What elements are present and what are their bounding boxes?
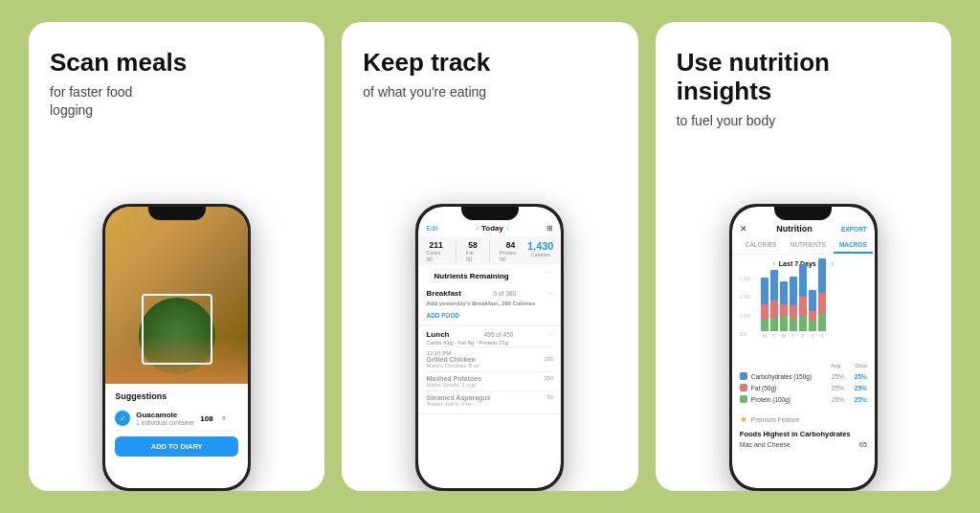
track-food-item-1: 12:15 PM Grilled Chicken 295 Mary's Chic… xyxy=(426,346,553,371)
y-label-1000: 1,000 xyxy=(740,314,757,319)
food-item-val: 65 xyxy=(859,441,867,448)
chart-bar-group-6: S xyxy=(818,258,826,339)
nutrition-bottom-section: Foods Highest in Carbohydrates Mac and C… xyxy=(732,426,875,452)
nutrition-export-button[interactable]: EXPORT xyxy=(841,226,867,233)
period-next-icon[interactable]: › xyxy=(832,259,835,268)
tab-macros[interactable]: MACROS xyxy=(834,237,873,254)
track-food2-detail: Idaho Spuds, 1 cup xyxy=(426,382,553,388)
track-add-food-button[interactable]: ADD FOOD xyxy=(426,309,553,322)
legend-header: Avg Goal xyxy=(740,363,867,368)
bar-carb xyxy=(809,290,816,311)
track-carbs-label: Carbs (g) xyxy=(426,250,445,261)
card1-subtitle: for faster foodlogging xyxy=(50,83,303,121)
nutrition-screen-title: Nutrition xyxy=(747,224,841,234)
bar-protein xyxy=(761,320,768,331)
phone3-screen: ✕ Nutrition EXPORT CALORIES NUTRIENTS MA… xyxy=(732,207,875,488)
tab-calories[interactable]: CALORIES xyxy=(740,237,783,254)
bar-fat xyxy=(818,293,826,314)
scan-calories: 108 xyxy=(200,414,212,423)
phone-3: ✕ Nutrition EXPORT CALORIES NUTRIENTS MA… xyxy=(729,204,878,491)
divider2 xyxy=(489,240,490,261)
track-food1-detail: Mary's Chicken, 8 oz xyxy=(426,363,553,368)
legend-carbs-avg: 25% xyxy=(825,373,844,380)
phone2-screen: Edit ‹ Today › ⊞ 211 Carbs (g) xyxy=(418,207,561,488)
scan-food-name: Guacamole xyxy=(136,411,194,419)
chart-bar-group-3: T xyxy=(790,277,797,339)
bar-carb xyxy=(818,258,826,293)
track-calories-label: Calories xyxy=(531,252,550,257)
track-lunch-dots[interactable]: ··· xyxy=(548,331,554,338)
track-carbs-val: 211 xyxy=(430,240,443,250)
bar-protein xyxy=(809,321,816,331)
card2-title: Keep track xyxy=(363,49,616,78)
track-next-icon[interactable]: › xyxy=(506,225,508,232)
chart-bar-group-1: T xyxy=(770,270,778,339)
nutrition-bottom-item: Mac and Cheese 65 xyxy=(740,441,867,448)
scan-suggestions-label: Suggestions xyxy=(115,391,238,401)
track-food1-name: Grilled Chicken xyxy=(426,356,475,363)
phone1-notch xyxy=(148,207,206,220)
bar-carb xyxy=(799,264,807,297)
track-food3-row: Steamed Asparagus 50 xyxy=(426,394,553,401)
period-prev-icon[interactable]: ‹ xyxy=(772,259,775,268)
legend-carbs-dot xyxy=(740,372,747,380)
scan-food-info: Guacamole 1 individual container xyxy=(136,411,194,426)
track-dots-icon[interactable]: ··· xyxy=(547,268,554,282)
track-lunch-section: Lunch 495 of 450 ··· Carbs 41g · Fat 8g … xyxy=(418,326,561,414)
chart-label: S xyxy=(820,333,823,339)
track-breakfast-dots[interactable]: ··· xyxy=(548,290,554,297)
track-food2-name: Mashed Potatoes xyxy=(426,375,481,382)
phone-2: Edit ‹ Today › ⊞ 211 Carbs (g) xyxy=(415,204,564,491)
divider xyxy=(456,240,457,261)
scan-food-sub: 1 individual container xyxy=(136,419,194,426)
scan-screen: Suggestions ✓ Guacamole 1 individual con… xyxy=(105,207,248,488)
legend-protein-item: Protein (100g) 25% 25% xyxy=(740,395,867,403)
nutrition-screen: ✕ Nutrition EXPORT CALORIES NUTRIENTS MA… xyxy=(732,207,875,488)
scan-add-button[interactable]: ADD TO DIARY xyxy=(115,436,238,457)
track-grid-icon[interactable]: ⊞ xyxy=(546,224,553,233)
tab-nutrients[interactable]: NUTRIENTS xyxy=(785,237,832,254)
y-label-2000: 2,000 xyxy=(740,277,757,281)
chart-label: F xyxy=(801,333,804,339)
period-label[interactable]: Last 7 Days xyxy=(779,260,816,267)
track-fat: 58 Fat (g) xyxy=(466,240,479,261)
y-axis: 2,000 1,500 1,000 500 xyxy=(740,277,757,339)
track-calories-val: 1,430 xyxy=(527,240,554,252)
track-food3-detail: Trader Joe's, 4 oz xyxy=(426,401,553,407)
card2-phone-wrapper: Edit ‹ Today › ⊞ 211 Carbs (g) xyxy=(363,119,616,491)
track-breakfast-section: Breakfast 0 of 360 ··· Add yesterday's B… xyxy=(418,285,561,326)
legend-carbs-item: Carbohydrates (150g) 25% 25% xyxy=(740,372,867,380)
bar-fat xyxy=(780,304,788,316)
keep-track-card: Keep track of what you're eating Edit ‹ … xyxy=(342,22,637,491)
track-prev-icon[interactable]: ‹ xyxy=(477,225,479,232)
track-food2-cal: 150 xyxy=(544,375,553,382)
card3-phone-wrapper: ✕ Nutrition EXPORT CALORIES NUTRIENTS MA… xyxy=(677,147,930,491)
scan-meals-card: Scan meals for faster foodlogging Sugges… xyxy=(29,22,324,491)
chart-label: W xyxy=(781,333,786,339)
phone1-screen: Suggestions ✓ Guacamole 1 individual con… xyxy=(105,207,248,488)
track-fat-label: Fat (g) xyxy=(466,250,479,261)
nutrition-close-icon[interactable]: ✕ xyxy=(740,224,747,234)
track-lunch-header: Lunch 495 of 450 ··· xyxy=(426,330,553,339)
scan-close-icon: ✕ xyxy=(221,414,227,422)
track-lunch-macros: Carbs 41g · Fat 8g · Protein 21g xyxy=(426,339,553,346)
chart-area: 2,000 1,500 1,000 500 MTWTFSS xyxy=(740,277,867,339)
premium-badge: ★ Premium Feature xyxy=(732,411,875,426)
track-edit[interactable]: Edit xyxy=(426,225,437,232)
legend-protein-dot xyxy=(740,395,747,403)
legend-carbs-text: Carbohydrates (150g) xyxy=(751,373,821,380)
nutrition-insights-card: Use nutritioninsights to fuel your body … xyxy=(656,22,951,491)
track-protein-label: Protein (g) xyxy=(500,250,522,261)
track-breakfast-add-msg: Add yesterday's Breakfast, 290 Calories xyxy=(426,298,553,309)
nutrition-legend: Avg Goal Carbohydrates (150g) 25% 25% xyxy=(732,359,875,411)
y-label-1500: 1,500 xyxy=(740,295,757,300)
legend-fat-item: Fat (50g) 25% 25% xyxy=(740,384,867,391)
track-nutrients-header: Nutrients Remaining ··· xyxy=(418,265,561,285)
track-food3-name: Steamed Asparagus xyxy=(426,394,490,401)
scan-food-photo xyxy=(105,207,248,384)
track-today[interactable]: Today xyxy=(481,224,503,233)
chart-label: T xyxy=(791,333,794,339)
legend-carbs-goal: 25% xyxy=(848,373,867,380)
chart-bar-group-4: F xyxy=(799,264,807,339)
bar-fat xyxy=(799,297,807,316)
